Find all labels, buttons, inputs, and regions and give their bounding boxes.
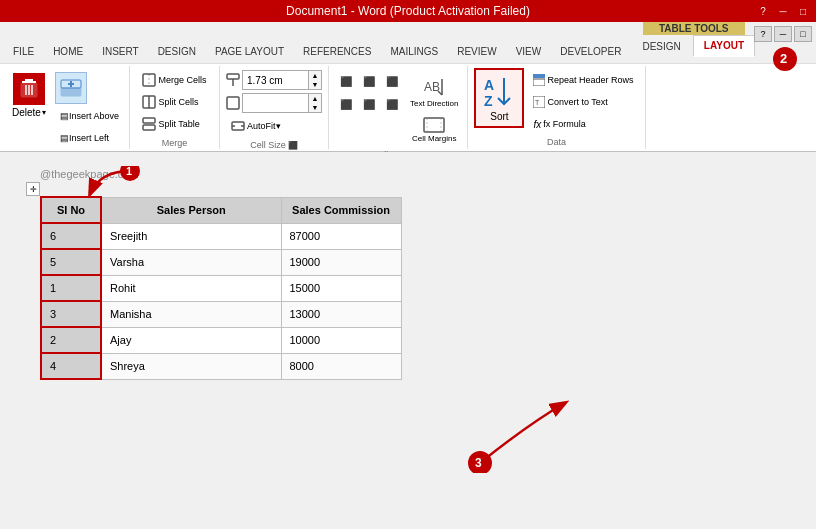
ribbon: Delete ▾ ▤ Insert Above ▤ Insert Left ▤ …	[0, 64, 816, 152]
svg-rect-26	[424, 118, 444, 132]
text-direction-button[interactable]: A B Text Direction	[407, 72, 461, 111]
insert-above-icon	[55, 72, 87, 104]
annotation-2-container: 2	[770, 44, 800, 76]
cell-commission[interactable]: 10000	[281, 327, 401, 353]
align-mid-right[interactable]: ⬛	[381, 93, 403, 115]
tab-insert[interactable]: INSERT	[93, 41, 148, 61]
cell-commission[interactable]: 8000	[281, 353, 401, 379]
tab-references[interactable]: REFERENCES	[294, 41, 380, 61]
content-area: @thegeekpage.com ✛ 1 Sl No	[0, 152, 816, 505]
table-move-handle[interactable]: ✛	[26, 182, 40, 196]
cell-sl-no[interactable]: 1	[41, 275, 101, 301]
width-up-button[interactable]: ▲	[309, 94, 321, 103]
cell-sl-no[interactable]: 6	[41, 223, 101, 249]
cell-size-group: 1.73 cm ▲ ▼ ▲ ▼	[220, 66, 329, 149]
repeat-header-rows-button[interactable]: Repeat Header Rows	[528, 70, 638, 90]
sort-icon: A Z	[484, 74, 514, 111]
split-cells-button[interactable]: Split Cells	[137, 92, 203, 112]
tab-review[interactable]: REVIEW	[448, 41, 505, 61]
autofit-button[interactable]: AutoFit ▾	[226, 116, 286, 136]
split-table-button[interactable]: Split Table	[137, 114, 204, 134]
window-controls: ? ─ □	[754, 26, 812, 42]
data-group-label: Data	[474, 135, 638, 147]
align-mid-left[interactable]: ⬛	[335, 93, 357, 115]
cell-person[interactable]: Rohit	[101, 275, 281, 301]
col-width-input[interactable]: ▲ ▼	[242, 93, 322, 113]
table-tools-header: TABLE TOOLS	[643, 22, 745, 35]
win-min-btn[interactable]: ─	[774, 26, 792, 42]
win-help-btn[interactable]: ?	[754, 26, 772, 42]
tab-view[interactable]: VIEW	[507, 41, 551, 61]
data-group: A Z Sort Repeat Header Rows T Convert to…	[468, 66, 645, 149]
table-wrapper: ✛ 1 Sl No Sales Person Sales Commi	[40, 196, 402, 380]
help-button[interactable]: ?	[754, 3, 772, 19]
align-top-center[interactable]: ⬛	[358, 70, 380, 92]
text-direction-icon: A B	[422, 75, 446, 99]
table-row: 1Rohit15000	[41, 275, 401, 301]
minimize-button[interactable]: ─	[774, 3, 792, 19]
svg-rect-14	[143, 118, 155, 123]
tab-mailings[interactable]: MAILINGS	[381, 41, 447, 61]
insert-below-button[interactable]: ▤ Insert Above	[55, 106, 124, 126]
cell-person[interactable]: Ajay	[101, 327, 281, 353]
data-table: Sl No Sales Person Sales Commission 6Sre…	[40, 196, 402, 380]
merge-label: Merge	[134, 136, 215, 148]
svg-text:A: A	[484, 77, 494, 93]
table-row: 3Manisha13000	[41, 301, 401, 327]
align-mid-center[interactable]: ⬛	[358, 93, 380, 115]
table-row: 4Shreya8000	[41, 353, 401, 379]
cell-commission[interactable]: 15000	[281, 275, 401, 301]
sort-button[interactable]: A Z Sort	[474, 68, 524, 128]
svg-text:2: 2	[780, 51, 787, 66]
cell-margins-button[interactable]: Cell Margins	[407, 113, 461, 146]
merge-cells-button[interactable]: Merge Cells	[137, 70, 211, 90]
tab-page-layout[interactable]: PAGE LAYOUT	[206, 41, 293, 61]
tab-table-layout[interactable]: LAYOUT	[693, 35, 755, 57]
align-top-right[interactable]: ⬛	[381, 70, 403, 92]
svg-text:3: 3	[475, 456, 482, 470]
svg-text:Z: Z	[484, 93, 493, 108]
cell-person[interactable]: Varsha	[101, 249, 281, 275]
tab-table-design[interactable]: DESIGN	[631, 35, 691, 57]
cell-commission[interactable]: 87000	[281, 223, 401, 249]
align-top-left[interactable]: ⬛	[335, 70, 357, 92]
height-down-button[interactable]: ▼	[309, 80, 321, 89]
insert-left-button[interactable]: ▤ Insert Left	[55, 128, 124, 148]
restore-button[interactable]: □	[794, 3, 812, 19]
title-text: Document1 - Word (Product Activation Fai…	[286, 4, 530, 18]
cell-sl-no[interactable]: 4	[41, 353, 101, 379]
delete-icon	[13, 73, 45, 105]
cell-size-label: Cell Size ⬛	[224, 138, 324, 150]
svg-rect-32	[533, 74, 545, 78]
cell-commission[interactable]: 19000	[281, 249, 401, 275]
cell-person[interactable]: Manisha	[101, 301, 281, 327]
rows-cols-group: Delete ▾ ▤ Insert Above ▤ Insert Left ▤ …	[0, 66, 130, 149]
cell-size-expand[interactable]: ⬛	[288, 141, 298, 150]
cell-person[interactable]: Sreejith	[101, 223, 281, 249]
convert-to-text-button[interactable]: T Convert to Text	[528, 92, 638, 112]
fx-icon: fx	[533, 119, 541, 130]
cell-commission[interactable]: 13000	[281, 301, 401, 327]
cell-person[interactable]: Shreya	[101, 353, 281, 379]
formula-button[interactable]: fx fx Formula	[528, 114, 638, 134]
height-up-button[interactable]: ▲	[309, 71, 321, 80]
cell-sl-no[interactable]: 2	[41, 327, 101, 353]
title-controls: ? ─ □	[754, 3, 812, 19]
tab-design-main[interactable]: DESIGN	[149, 41, 205, 61]
tab-file[interactable]: FILE	[4, 41, 43, 61]
annotation-1: 1	[80, 166, 140, 201]
tab-developer[interactable]: DEVELOPER	[551, 41, 630, 61]
row-height-input[interactable]: 1.73 cm ▲ ▼	[242, 70, 322, 90]
svg-rect-15	[143, 125, 155, 130]
cell-sl-no[interactable]: 3	[41, 301, 101, 327]
win-restore-btn[interactable]: □	[794, 26, 812, 42]
title-bar: Document1 - Word (Product Activation Fai…	[0, 0, 816, 22]
watermark: @thegeekpage.com	[40, 168, 776, 180]
cell-sl-no[interactable]: 5	[41, 249, 101, 275]
svg-rect-1	[25, 79, 33, 81]
alignment-group: ⬛ ⬛ ⬛ ⬛ ⬛ ⬛ A B Text Direction	[329, 66, 468, 149]
width-down-button[interactable]: ▼	[309, 103, 321, 112]
delete-button[interactable]: Delete ▾	[5, 68, 53, 123]
cell-margins-icon	[422, 116, 446, 134]
tab-home[interactable]: HOME	[44, 41, 92, 61]
